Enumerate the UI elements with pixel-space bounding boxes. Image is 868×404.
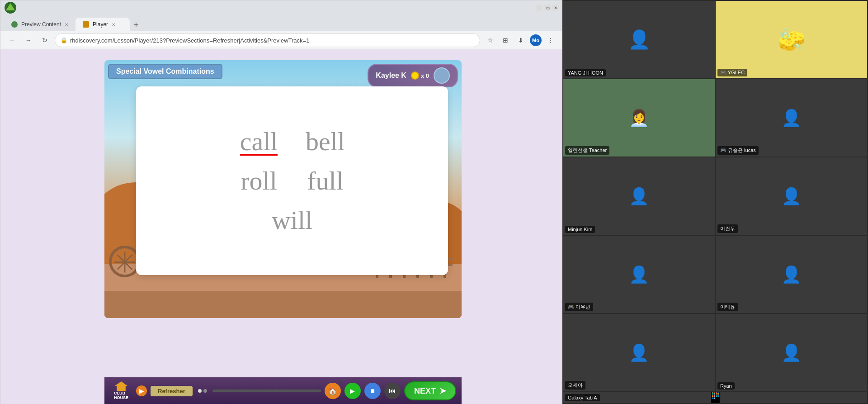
participant-avatar-teacher: 👩‍💼: [563, 79, 715, 157]
lock-icon: 🔒: [61, 37, 67, 43]
restore-button[interactable]: ▭: [544, 5, 551, 11]
player-avatar: [434, 67, 450, 84]
close-button[interactable]: ✕: [552, 5, 559, 11]
participant-avatar-lucas: 👤: [716, 79, 867, 157]
word-roll[interactable]: roll: [241, 166, 277, 196]
player-name: Kaylee K: [376, 71, 406, 80]
bookmark-icon[interactable]: ☆: [484, 34, 496, 47]
refresher-tab[interactable]: Refresher: [151, 386, 193, 396]
participant-tile-igeonwoo[interactable]: 👤 이건우: [716, 157, 867, 235]
play-button[interactable]: ▶: [344, 383, 361, 399]
participant-avatar-minjun: 👤: [563, 157, 715, 235]
home-toolbar-button[interactable]: 🏠: [325, 383, 341, 399]
tab1-label: Preview Content: [21, 21, 61, 28]
url-text: rhdiscovery.com/Lesson/Player/213?Previe…: [70, 37, 309, 44]
participant-avatar-osea: 👤: [563, 314, 715, 391]
participant-avatar-itaeyun: 👤: [716, 236, 867, 313]
word-bell[interactable]: bell: [306, 126, 345, 157]
next-label: NEXT: [414, 386, 436, 396]
participant-tile-yang-ji-hoon[interactable]: 👤 YANG JI HOON: [563, 1, 715, 78]
tab2-favicon: [83, 21, 89, 28]
download-icon[interactable]: ⬇: [514, 34, 527, 47]
app-logo: [4, 1, 17, 14]
participant-avatar-ryan: 👤: [716, 314, 867, 391]
participant-tile-minjun[interactable]: 👤 Minjun Kim: [563, 157, 715, 235]
participant-name-itaeyun: 이태윤: [717, 303, 738, 311]
participants-panel: 👤 YANG JI HOON 🧽 🎮 YGLEC 👩‍💼 열린선생 Teache…: [562, 0, 868, 404]
participant-name-yglec: 🎮 YGLEC: [717, 69, 747, 76]
word-will[interactable]: will: [272, 205, 312, 235]
participant-name-lucas: 🎮 유승윤 lucas: [717, 146, 759, 155]
progress-bar: [212, 390, 321, 392]
participant-tile-itaeyun[interactable]: 👤 이태윤: [716, 236, 867, 313]
participant-name-yang-ji-hoon: YANG JI HOON: [565, 69, 606, 76]
arrow-right-icon[interactable]: ▶: [136, 385, 147, 396]
tab2-label: Player: [93, 21, 108, 28]
participant-tile-iyubin[interactable]: 👤 🎮 이유빈: [563, 236, 715, 313]
participant-name-iyubin: 🎮 이유빈: [565, 303, 593, 311]
participant-avatar-yglec: 🧽: [716, 1, 867, 78]
forward-button[interactable]: →: [22, 34, 35, 47]
extensions-icon[interactable]: ⊞: [499, 34, 512, 47]
tab1-favicon: [11, 21, 18, 28]
participant-tile-teacher[interactable]: 👩‍💼 열린선생 Teacher: [563, 79, 715, 157]
participant-tile-osea[interactable]: 👤 오세아: [563, 314, 715, 391]
browser-window: ─ ▭ ✕ Preview Content ✕ Player ✕ + ← → ↻…: [0, 0, 563, 404]
browser-toolbar-icons: ☆ ⊞ ⬇ Mo ⋮: [484, 34, 557, 47]
word-call[interactable]: call: [240, 126, 278, 157]
tab-player[interactable]: Player ✕: [75, 18, 130, 31]
game-title-banner: Special Vowel Combinations: [108, 64, 222, 79]
word-card: call bell roll full will: [136, 86, 448, 275]
club-house-button[interactable]: CLUBHOUSE: [110, 381, 132, 400]
skip-back-button[interactable]: ⏮: [384, 383, 401, 399]
participant-tile-galaxy[interactable]: 📱 Galaxy Tab A: [563, 392, 867, 403]
coin-icon: [411, 71, 419, 80]
dot-1: [198, 389, 202, 393]
participant-name-galaxy: Galaxy Tab A: [565, 394, 600, 401]
participant-avatar-galaxy: 📱: [563, 392, 867, 403]
back-button[interactable]: ←: [6, 34, 19, 47]
participant-name-minjun: Minjun Kim: [565, 226, 595, 233]
ground-dark: [104, 291, 462, 318]
game-title-text: Special Vowel Combinations: [116, 67, 214, 75]
word-full[interactable]: full: [307, 166, 344, 196]
tab1-close[interactable]: ✕: [65, 22, 68, 27]
participant-tile-lucas[interactable]: 👤 🎮 유승윤 lucas: [716, 79, 867, 157]
game-area: Special Vowel Combinations Kaylee K x 0 …: [104, 60, 462, 318]
tab-preview-content[interactable]: Preview Content ✕: [4, 18, 75, 31]
coin-count: x 0: [421, 72, 429, 79]
player-info: Kaylee K x 0: [368, 64, 458, 87]
title-bar: ─ ▭ ✕: [0, 0, 562, 15]
word-grid: call bell roll full will: [239, 126, 345, 235]
main-content: Special Vowel Combinations Kaylee K x 0 …: [0, 49, 563, 404]
participant-avatar-iyubin: 👤: [563, 236, 715, 313]
menu-icon[interactable]: ⋮: [544, 34, 557, 47]
participant-name-teacher: 열린선생 Teacher: [565, 146, 609, 155]
reload-button[interactable]: ↻: [38, 34, 51, 47]
participant-name-igeonwoo: 이건우: [717, 224, 738, 233]
participant-avatar-yang-ji-hoon: 👤: [563, 1, 715, 78]
profile-avatar[interactable]: Mo: [530, 34, 542, 46]
participant-tile-yglec[interactable]: 🧽 🎮 YGLEC: [716, 1, 867, 78]
stop-button[interactable]: ■: [364, 383, 381, 399]
address-bar-row: ← → ↻ 🔒 rhdiscovery.com/Lesson/Player/21…: [0, 31, 562, 49]
participant-name-osea: 오세아: [565, 381, 585, 390]
address-bar[interactable]: 🔒 rhdiscovery.com/Lesson/Player/213?Prev…: [55, 33, 480, 47]
tab2-close[interactable]: ✕: [112, 22, 115, 27]
new-tab-button[interactable]: +: [130, 19, 142, 31]
next-arrow-icon: ➤: [439, 386, 446, 396]
next-button[interactable]: NEXT ➤: [404, 381, 456, 400]
refresher-label: Refresher: [158, 388, 185, 394]
club-house-label: CLUBHOUSE: [114, 391, 128, 400]
participant-avatar-igeonwoo: 👤: [716, 157, 867, 235]
coin-display: x 0: [411, 71, 429, 80]
game-toolbar: CLUBHOUSE ▶ Refresher 🏠 ▶ ■ ⏮ NEXT ➤: [104, 377, 462, 404]
dot-2: [203, 389, 207, 393]
tab-bar: Preview Content ✕ Player ✕ +: [0, 15, 562, 31]
minimize-button[interactable]: ─: [536, 5, 542, 11]
participant-name-ryan: Ryan: [717, 382, 735, 390]
progress-dots: [196, 389, 209, 393]
participant-tile-ryan[interactable]: 👤 Ryan: [716, 314, 867, 391]
house-icon: [115, 381, 127, 391]
